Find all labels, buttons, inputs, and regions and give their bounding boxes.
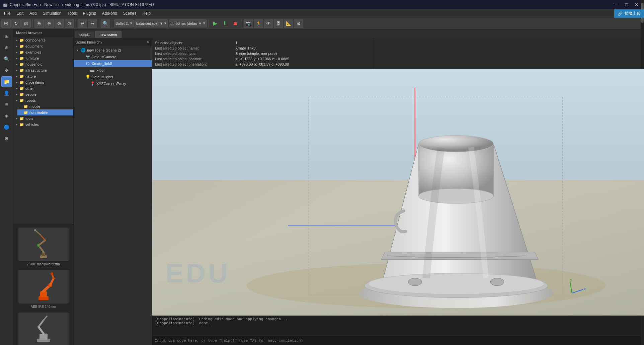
play-button[interactable]: ▶: [211, 19, 220, 28]
obj-name-label: Last selected object name:: [155, 46, 235, 50]
toolbar-btn-4[interactable]: ⊕: [34, 19, 44, 28]
model-thumb-3[interactable]: robot arm: [17, 313, 70, 345]
time-stepping-dropdown[interactable]: balanced (def ▼▾: [135, 19, 168, 27]
browser-tree-item-infrastructure[interactable]: ▸📁infrastructure: [13, 67, 73, 73]
model-browser-tree: ▸📁components▸📁equipment▸📁examples▸📁furni…: [13, 36, 73, 225]
hier-item-DefaultCamera[interactable]: 📷DefaultCamera: [74, 54, 152, 60]
hier-label: Floor: [96, 68, 105, 72]
scene-tabs: script1new scene: [74, 29, 644, 38]
sidebar-icon-5[interactable]: 👤: [1, 88, 12, 98]
maximize-button[interactable]: □: [622, 1, 631, 8]
browser-tree-item-components[interactable]: ▸📁components: [13, 37, 73, 43]
tree-item-label: people: [25, 92, 36, 96]
toolbar-redo[interactable]: ↪: [88, 19, 97, 28]
sidebar-icon-7[interactable]: ◈: [1, 110, 12, 121]
svg-point-7: [34, 229, 36, 231]
hier-item-new-scene--scene-2-[interactable]: ▾🌐new scene (scene 2): [74, 47, 152, 54]
scene-tab-new-scene[interactable]: new scene: [95, 31, 122, 38]
svg-line-17: [38, 327, 44, 334]
sidebar-icon-6[interactable]: ≡: [1, 99, 12, 110]
sidebar-icon-9[interactable]: ⚙: [1, 133, 12, 144]
browser-tree-item-nature[interactable]: ▸📁nature: [13, 73, 73, 79]
folder-icon: 📁: [19, 50, 24, 55]
folder-icon: 📁: [19, 56, 24, 61]
menu-item-file[interactable]: File: [1, 10, 13, 16]
toolbar-btn-3[interactable]: ⊠: [21, 19, 31, 28]
toolbar-sep-5: [209, 19, 209, 27]
browser-tree-item-people[interactable]: ▸📁people: [13, 91, 73, 97]
browser-tree-item-mobile[interactable]: 📁mobile: [17, 103, 73, 109]
expander-icon: ▸: [15, 98, 19, 102]
browser-tree-item-other[interactable]: ▸📁other: [13, 85, 73, 91]
toolbar-btn-9[interactable]: 📷: [244, 19, 253, 28]
menu-item-tools[interactable]: Tools: [65, 10, 79, 16]
scene-hierarchy-close[interactable]: ✕: [147, 40, 150, 45]
toolbar-btn-10[interactable]: 🏃: [254, 19, 263, 28]
browser-tree-item-vehicles[interactable]: ▸📁vehicles: [13, 121, 73, 127]
toolbar-btn-8[interactable]: 🔍: [101, 19, 110, 28]
menu-item-help[interactable]: Help: [140, 10, 154, 16]
toolbar-undo[interactable]: ↩: [78, 19, 87, 28]
dt-dropdown[interactable]: dt=50 ms (defau ▼▾: [169, 19, 207, 27]
svg-point-28: [419, 188, 493, 203]
menu-item-scenes[interactable]: Scenes: [120, 10, 139, 16]
toolbar-sep-6: [242, 19, 242, 27]
browser-tree-item-furniture[interactable]: ▸📁furniture: [13, 55, 73, 61]
menu-item-plugins[interactable]: Plugins: [80, 10, 98, 16]
browser-tree-item-non-mobile[interactable]: 📁non-mobile: [17, 109, 73, 115]
toolbar-btn-13[interactable]: 📐: [284, 19, 293, 28]
sidebar-icon-model-browser[interactable]: 📁: [1, 76, 12, 87]
tree-item-label: non-mobile: [29, 110, 48, 114]
browser-tree-item-robots[interactable]: ▸📁robots: [13, 97, 73, 103]
toolbar-btn-11[interactable]: 👁: [264, 19, 273, 28]
tree-item-label: equipment: [25, 44, 43, 48]
hier-item-DefaultLights[interactable]: 💡DefaultLights: [74, 74, 152, 80]
physics-engine-dropdown[interactable]: Bullet 2.▾: [114, 19, 134, 27]
sidebar-icon-1[interactable]: ⊞: [1, 31, 12, 41]
hier-item-Xmate_link0[interactable]: ⬡Xmate_link0: [74, 60, 152, 67]
browser-tree-item-office-items[interactable]: ▸📁office items: [13, 79, 73, 85]
model-thumb-2[interactable]: ABB IRB 140.ttm: [17, 270, 70, 309]
sidebar-icon-8[interactable]: 🔵: [1, 122, 12, 133]
menu-item-edit[interactable]: Edit: [14, 10, 26, 16]
sidebar-icon-4[interactable]: ✥: [1, 65, 12, 76]
scene-hierarchy-header: Scene hierarchy ✕: [74, 38, 152, 46]
upload-button[interactable]: 🔗 插魔上传: [614, 9, 644, 18]
browser-tree-item-examples[interactable]: ▸📁examples: [13, 49, 73, 55]
toolbar-btn-6[interactable]: ⊗: [55, 19, 64, 28]
expander-icon: ▸: [15, 68, 19, 72]
stop-button[interactable]: ⏹: [231, 19, 240, 28]
menu-item-add[interactable]: Add: [27, 10, 39, 16]
app-icon: 🤖: [3, 2, 8, 7]
selected-count-row: Selected objects: 1: [155, 40, 370, 46]
svg-text:y: y: [570, 278, 572, 282]
toolbar-btn-12[interactable]: 🎛: [274, 19, 283, 28]
toolbar-btn-2[interactable]: ↻: [11, 19, 21, 28]
minimize-button[interactable]: ─: [612, 1, 621, 8]
sidebar-icon-2[interactable]: ⊕: [1, 42, 12, 53]
hier-icon: 📍: [90, 81, 95, 86]
menu-item-simulation[interactable]: Simulation: [40, 10, 64, 16]
close-button[interactable]: ✕: [632, 1, 641, 8]
hier-item-Floor[interactable]: ▬Floor: [74, 67, 152, 74]
toolbar-sep-2: [76, 19, 76, 27]
browser-tree-item-tools[interactable]: ▸📁tools: [13, 115, 73, 121]
toolbar-btn-7[interactable]: ⊙: [65, 19, 74, 28]
menu-item-add-ons[interactable]: Add-ons: [99, 10, 120, 16]
svg-line-5: [40, 235, 45, 240]
hier-item-XYZCameraProxy[interactable]: 📍XYZCameraProxy: [74, 80, 152, 87]
lua-input[interactable]: [155, 339, 641, 343]
model-thumb-label-2: ABB IRB 140.ttm: [31, 305, 56, 309]
sidebar-icon-3[interactable]: 🔍: [1, 54, 12, 64]
toolbar-btn-1[interactable]: ⊞: [1, 19, 11, 28]
model-thumb-1[interactable]: 7 DoF manipulator.ttm: [17, 228, 70, 266]
toolbar-btn-14[interactable]: ⚙: [294, 19, 303, 28]
browser-tree-item-equipment[interactable]: ▸📁equipment: [13, 43, 73, 49]
tree-item-label: infrastructure: [25, 68, 47, 72]
3d-viewport[interactable]: EDU: [152, 69, 644, 316]
svg-point-29: [419, 136, 493, 152]
browser-tree-item-household[interactable]: ▸📁household: [13, 61, 73, 67]
pause-button[interactable]: ⏸: [221, 19, 230, 28]
scene-tab-script1[interactable]: script1: [75, 31, 94, 38]
toolbar-btn-5[interactable]: ⊖: [45, 19, 54, 28]
